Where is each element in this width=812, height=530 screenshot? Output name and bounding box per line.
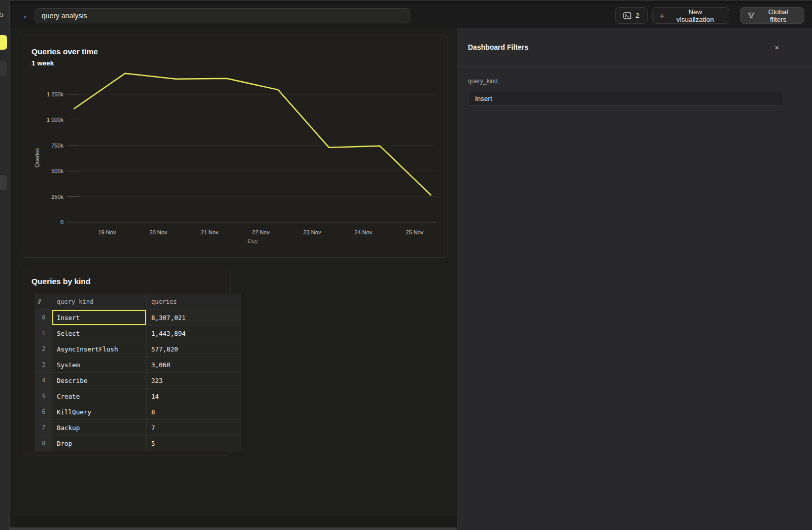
cell-query-kind[interactable]: Insert	[52, 310, 147, 326]
sidebar-item[interactable]	[0, 61, 7, 76]
cell-query-kind[interactable]: Backup	[52, 420, 147, 436]
table-header-row: #query_kindqueries	[36, 294, 241, 310]
table-card-queries-by-kind: Queries by kind #query_kindqueries0Inser…	[23, 268, 231, 455]
table-row: 0Insert8,307,021	[36, 310, 241, 326]
cell-queries[interactable]: 323	[147, 373, 241, 388]
global-filters-button[interactable]: Global filters	[740, 7, 804, 24]
table-row: 1Select1,443,894	[36, 326, 241, 341]
row-index: 8	[36, 436, 52, 451]
series-line-queries[interactable]	[74, 74, 431, 195]
console-count: 2	[635, 12, 639, 19]
table-title: Queries by kind	[31, 277, 90, 286]
close-icon: ×	[775, 43, 780, 52]
column-header-index: #	[36, 294, 52, 310]
row-index: 2	[36, 341, 52, 357]
cell-queries[interactable]: 3,060	[147, 357, 241, 373]
cell-query-kind[interactable]: System	[52, 357, 147, 373]
app-root: ↻ ← 2 + New visualization Global filters	[0, 0, 812, 530]
plus-icon: +	[660, 11, 664, 20]
cell-query-kind[interactable]: Select	[52, 326, 147, 341]
cell-query-kind[interactable]: AsyncInsertFlush	[52, 341, 147, 357]
x-axis-tick-label: 22 Nov	[252, 229, 270, 235]
x-axis-tick-label: 21 Nov	[201, 229, 219, 235]
top-bar: ← 2 + New visualization Global filters	[9, 4, 812, 28]
cell-queries[interactable]: 1,443,894	[147, 326, 241, 341]
row-index: 3	[36, 357, 52, 373]
next-card-partial	[15, 516, 457, 527]
cell-query-kind[interactable]: KillQuery	[52, 404, 147, 420]
sidebar-item-active[interactable]	[0, 35, 7, 50]
back-arrow-icon: ←	[22, 10, 32, 21]
query-kind-filter-input[interactable]	[468, 91, 784, 106]
y-axis-tick-label: 0	[60, 219, 63, 225]
table-mount: #query_kindqueries0Insert8,307,0211Selec…	[35, 294, 241, 451]
left-sidebar: ↻	[0, 0, 10, 530]
table-row: 4Describe323	[36, 373, 241, 388]
table-row: 7Backup7	[36, 420, 241, 436]
console-icon	[623, 12, 631, 19]
chart-card-queries-over-time: Queries over time 1 week 0250k500k750k1 …	[23, 36, 448, 258]
column-header-queries: queries	[147, 294, 241, 310]
row-index: 0	[36, 310, 52, 326]
dashboard-canvas: Queries over time 1 week 0250k500k750k1 …	[9, 28, 457, 530]
y-axis-tick-label: 250k	[51, 194, 63, 200]
table-row: 5Create14	[36, 388, 241, 404]
dashboard-title-input[interactable]	[35, 8, 410, 23]
row-index: 1	[36, 326, 52, 341]
queries-by-kind-table: #query_kindqueries0Insert8,307,0211Selec…	[35, 294, 241, 451]
y-axis-title: Queries	[34, 148, 40, 167]
row-index: 7	[36, 420, 52, 436]
cell-query-kind[interactable]: Describe	[52, 373, 147, 388]
x-axis-tick-label: 24 Nov	[355, 229, 373, 235]
x-axis-title: Day	[248, 238, 258, 244]
new-visualization-button[interactable]: + New visualization	[652, 7, 729, 24]
close-panel-button[interactable]: ×	[771, 42, 783, 53]
row-index: 4	[36, 373, 52, 388]
x-axis-tick-label: 25 Nov	[406, 229, 424, 235]
table-row: 2AsyncInsertFlush577,820	[36, 341, 241, 357]
new-visualization-label: New visualization	[669, 8, 722, 23]
panel-divider	[457, 66, 812, 67]
dashboard-filters-panel: Dashboard Filters × query_kind	[457, 28, 812, 530]
filters-panel-title: Dashboard Filters	[468, 43, 528, 51]
cell-queries[interactable]: 7	[147, 420, 241, 436]
cell-queries[interactable]: 577,820	[147, 341, 241, 357]
cell-queries[interactable]: 5	[147, 436, 241, 451]
sidebar-item[interactable]	[0, 175, 7, 190]
cell-queries[interactable]: 14	[147, 388, 241, 404]
x-axis-tick-label: 19 Nov	[98, 229, 116, 235]
table-row: 6KillQuery8	[36, 404, 241, 420]
back-button[interactable]: ←	[19, 8, 35, 23]
row-index: 6	[36, 404, 52, 420]
refresh-icon[interactable]: ↻	[0, 11, 4, 20]
cell-query-kind[interactable]: Drop	[52, 436, 147, 451]
filter-field-label: query_kind	[468, 78, 498, 85]
row-index: 5	[36, 388, 52, 404]
y-axis-tick-label: 1 000k	[47, 117, 64, 123]
cell-queries[interactable]: 8	[147, 404, 241, 420]
filter-funnel-icon	[748, 12, 755, 19]
queries-over-time-chart: 0250k500k750k1 000k1 250k19 Nov20 Nov21 …	[23, 36, 448, 257]
cell-queries[interactable]: 8,307,021	[147, 310, 241, 326]
x-axis-tick-label: 23 Nov	[303, 229, 321, 235]
horizontal-scrollbar[interactable]	[9, 527, 457, 530]
table-row: 3System3,060	[36, 357, 241, 373]
global-filters-label: Global filters	[760, 8, 797, 23]
sql-console-count-button[interactable]: 2	[615, 7, 648, 24]
column-header-query_kind: query_kind	[52, 294, 147, 310]
cell-query-kind[interactable]: Create	[52, 388, 147, 404]
y-axis-tick-label: 500k	[51, 168, 63, 174]
x-axis-tick-label: 20 Nov	[150, 229, 167, 235]
table-row: 8Drop5	[36, 436, 241, 451]
y-axis-tick-label: 1 250k	[47, 91, 64, 97]
y-axis-tick-label: 750k	[51, 143, 63, 149]
